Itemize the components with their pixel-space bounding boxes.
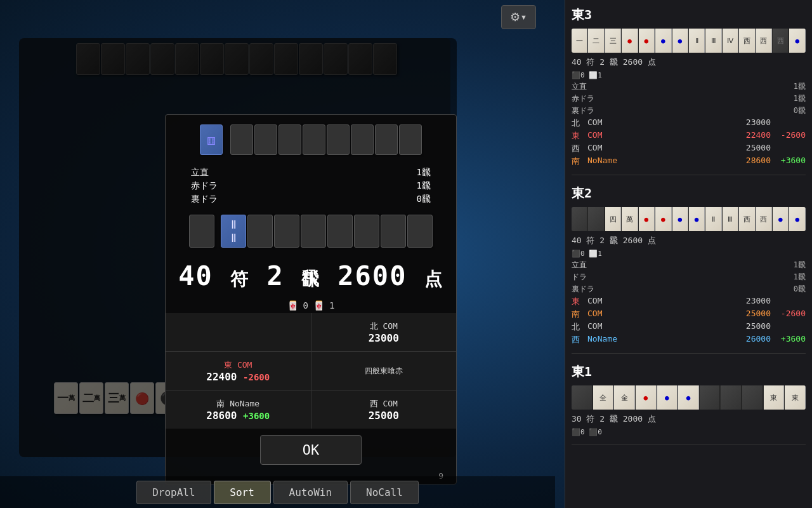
settings-arrow: ▼ [520,13,527,21]
round-east1-title: 東1 [572,363,806,380]
ps-diff [771,143,806,154]
dropall-button[interactable]: DropAll [136,481,211,504]
south-wind: 南 [216,399,230,408]
wt2 [274,215,299,248]
rt: 三 [605,29,621,53]
south-score-diff: +3600 [243,411,270,421]
rt: 西 [773,29,789,53]
ps-name: COM [584,309,733,320]
yaku-han-2: 0飜 [417,194,431,205]
points-number: 2600 [337,260,407,291]
round-east2-yaku1: ドラ 1飜 [572,272,806,283]
ps-diff: +3600 [771,156,806,167]
rt: ● [773,207,789,231]
rt: 四 [605,207,621,231]
yaku-name-1: 赤ドラ [191,180,218,192]
wt2 [381,215,406,248]
ps-diff: -2600 [771,130,806,142]
ps-name: COM [584,117,733,129]
rt [572,385,593,410]
game-info-cell: 四般東喰赤 [311,352,457,390]
game-info-label: 四般東喰赤 [365,366,403,377]
north-score: 23000 [369,332,399,344]
rt: ● [657,385,678,410]
round-east3-score: 40 符 2 飜 2600 点 [572,57,806,68]
han-label: 飜 [301,269,320,290]
ok-button[interactable]: OK [260,435,362,465]
wt [375,124,398,155]
score-display: 40 符 2 飜 2600 点 [166,254,456,298]
fu-number: 40 [178,260,213,291]
rt: ● [789,207,805,231]
yaku-section: 立直 1飜 赤ドラ 1飜 裏ドラ 0飜 [178,160,443,212]
wt [230,124,253,155]
winning-tiles-top: ⚅ [200,124,422,155]
east-score-diff: -2600 [243,372,270,382]
psl-east: 東 COM 22400 -2600 [572,130,806,142]
psl2-south: 南 COM 25000 -2600 [572,309,806,320]
ps-score: 25000 [733,309,771,320]
south-score-val: 28600 [206,410,237,422]
rt: 金 [614,385,635,410]
rt: 東 [785,385,806,410]
ps-wind: 東 [572,130,584,142]
round-east2-title: 東2 [572,185,806,202]
player-north-cell: 北 COM 23000 [311,313,457,351]
settings-button[interactable]: ⚙ ▼ [501,5,536,29]
rt: 西 [756,207,772,231]
ps-diff [771,296,806,307]
winning-tile-special: ⚅ [200,124,223,155]
rt: 東 [764,385,785,410]
player-west-cell: 西 COM 25000 [311,391,457,429]
ps-score: 22400 [733,130,771,142]
empty-cell [166,313,311,351]
mahjong-icon-0: 🀄 [287,300,298,311]
ps-wind: 西 [572,143,584,154]
r-han: 0飜 [794,284,806,295]
ps-wind: 東 [572,296,584,307]
rt: Ⅲ [705,29,721,53]
south-score: 28600 +3600 [206,410,270,422]
round-east3: 東3 一 二 三 ● ● ● ● Ⅱ Ⅲ Ⅳ 西 西 西 ● 40 符 2 飜 … [572,6,806,175]
ps-wind: 南 [572,156,584,167]
winning-tiles-bottom: ⅡⅡ [189,215,433,248]
rt [572,207,587,231]
wt2 [354,215,379,248]
r-label: 裏ドラ [572,284,597,295]
gear-icon: ⚙ [510,10,520,24]
rt: Ⅳ [723,29,738,53]
points-label: 点 [424,269,443,290]
psl-south: 南 NoName 28600 +3600 [572,156,806,167]
rt: 西 [739,29,755,53]
ps-score: 25000 [733,143,771,154]
indicator-0: 0 [303,300,308,311]
east-wind-name: 東 COM [224,359,252,371]
ps-wind: 北 [572,117,584,129]
rt: 全 [593,385,614,410]
sort-button[interactable]: Sort [214,481,271,504]
east-wind: 東 [224,360,237,370]
rt: ● [636,385,657,410]
result-overlay: ⚅ 立直 1飜 [19,38,457,457]
ps-name: NoName [584,156,733,167]
south-wind-name: 南 NoName [216,398,259,410]
round-east3-yaku1: 赤ドラ 1飜 [572,93,806,104]
player-east-cell: 東 COM 22400 -2600 [166,352,311,390]
rt: Ⅲ [723,207,738,231]
autowin-button[interactable]: AutoWin [273,481,348,504]
r-label: 立直 [572,81,597,92]
wt2-special: ⅡⅡ [221,215,246,248]
south-name: NoName [230,399,259,408]
round-east1: 東1 全 金 ● ● ● 東 東 30 符 2 飜 2000 点 ⬛0 ⬛0 [572,363,806,445]
ps-diff [771,321,806,333]
players-section: 北 COM 23000 東 COM 22400 -2600 [166,313,456,429]
rt [721,385,742,410]
rt: ● [689,207,705,231]
nocall-button[interactable]: NoCall [350,481,419,504]
round-east3-indicators: ⬛0 ⬜1 [572,70,806,79]
yaku-row-2: 裏ドラ 0飜 [191,194,431,205]
r-han: 1飜 [794,93,806,104]
wt2 [247,215,273,248]
wt2 [189,215,214,248]
history-panel: 東3 一 二 三 ● ● ● ● Ⅱ Ⅲ Ⅳ 西 西 西 ● 40 符 2 飜 … [565,0,812,508]
